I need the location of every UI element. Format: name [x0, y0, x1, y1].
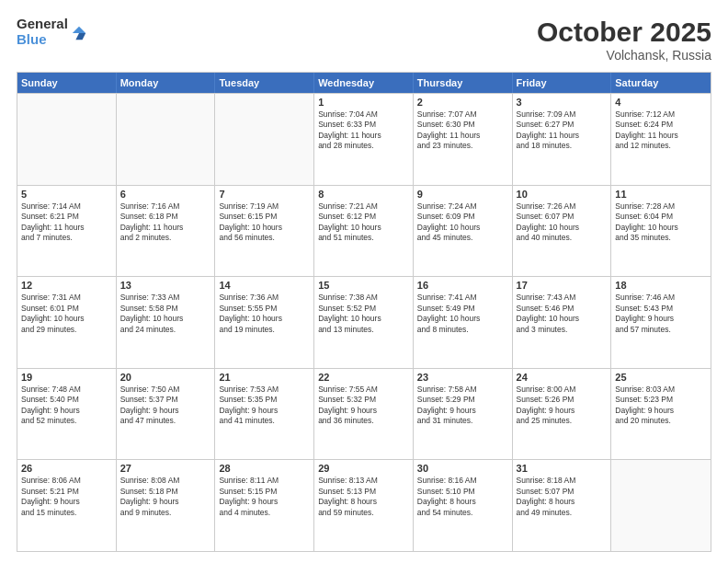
- weekday-header: Friday: [513, 73, 612, 93]
- month-title: October 2025: [537, 17, 711, 48]
- calendar-cell: [611, 460, 711, 551]
- calendar-cell: 13Sunrise: 7:33 AM Sunset: 5:58 PM Dayli…: [117, 277, 216, 368]
- cell-daylight-info: Sunrise: 8:08 AM Sunset: 5:18 PM Dayligh…: [120, 476, 211, 518]
- calendar-body: 1Sunrise: 7:04 AM Sunset: 6:33 PM Daylig…: [17, 93, 711, 551]
- calendar-header: SundayMondayTuesdayWednesdayThursdayFrid…: [17, 73, 711, 93]
- cell-day-number: 12: [21, 280, 112, 291]
- cell-day-number: 9: [417, 189, 508, 200]
- calendar-cell: 31Sunrise: 8:18 AM Sunset: 5:07 PM Dayli…: [513, 460, 612, 551]
- calendar-row: 12Sunrise: 7:31 AM Sunset: 6:01 PM Dayli…: [17, 276, 711, 368]
- calendar-cell: 28Sunrise: 8:11 AM Sunset: 5:15 PM Dayli…: [215, 460, 314, 551]
- calendar-cell: 24Sunrise: 8:00 AM Sunset: 5:26 PM Dayli…: [513, 369, 612, 460]
- calendar-cell: 25Sunrise: 8:03 AM Sunset: 5:23 PM Dayli…: [611, 369, 711, 460]
- cell-daylight-info: Sunrise: 7:28 AM Sunset: 6:04 PM Dayligh…: [615, 201, 707, 244]
- weekday-header: Tuesday: [215, 73, 314, 93]
- cell-day-number: 30: [417, 463, 508, 474]
- calendar-cell: 7Sunrise: 7:19 AM Sunset: 6:15 PM Daylig…: [215, 186, 314, 277]
- calendar-cell: 21Sunrise: 7:53 AM Sunset: 5:35 PM Dayli…: [215, 369, 314, 460]
- calendar-cell: 9Sunrise: 7:24 AM Sunset: 6:09 PM Daylig…: [414, 186, 513, 277]
- cell-daylight-info: Sunrise: 7:24 AM Sunset: 6:09 PM Dayligh…: [417, 201, 508, 244]
- cell-daylight-info: Sunrise: 7:48 AM Sunset: 5:40 PM Dayligh…: [21, 385, 112, 427]
- cell-daylight-info: Sunrise: 7:43 AM Sunset: 5:46 PM Dayligh…: [517, 293, 608, 335]
- logo-blue: Blue: [17, 32, 68, 48]
- cell-day-number: 27: [120, 463, 211, 474]
- cell-daylight-info: Sunrise: 8:06 AM Sunset: 5:21 PM Dayligh…: [21, 476, 112, 518]
- calendar-cell: 10Sunrise: 7:26 AM Sunset: 6:07 PM Dayli…: [513, 186, 612, 277]
- cell-day-number: 3: [517, 97, 608, 108]
- cell-daylight-info: Sunrise: 8:03 AM Sunset: 5:23 PM Dayligh…: [615, 385, 707, 427]
- cell-day-number: 8: [318, 189, 409, 200]
- calendar-cell: 20Sunrise: 7:50 AM Sunset: 5:37 PM Dayli…: [117, 369, 216, 460]
- cell-daylight-info: Sunrise: 8:00 AM Sunset: 5:26 PM Dayligh…: [517, 385, 608, 427]
- cell-daylight-info: Sunrise: 8:18 AM Sunset: 5:07 PM Dayligh…: [517, 476, 608, 518]
- calendar-cell: 26Sunrise: 8:06 AM Sunset: 5:21 PM Dayli…: [17, 460, 117, 551]
- calendar-cell: 17Sunrise: 7:43 AM Sunset: 5:46 PM Dayli…: [513, 277, 612, 368]
- cell-day-number: 17: [517, 280, 608, 291]
- weekday-header: Sunday: [17, 73, 117, 93]
- cell-day-number: 14: [219, 280, 310, 291]
- cell-day-number: 22: [318, 372, 409, 383]
- cell-daylight-info: Sunrise: 7:46 AM Sunset: 5:43 PM Dayligh…: [615, 293, 707, 335]
- cell-day-number: 10: [517, 189, 608, 200]
- logo: General Blue: [17, 17, 87, 47]
- weekday-header: Thursday: [414, 73, 513, 93]
- cell-day-number: 19: [21, 372, 112, 383]
- weekday-header: Saturday: [611, 73, 711, 93]
- cell-daylight-info: Sunrise: 7:31 AM Sunset: 6:01 PM Dayligh…: [21, 293, 112, 335]
- cell-day-number: 13: [120, 280, 211, 291]
- cell-day-number: 26: [21, 463, 112, 474]
- calendar-row: 1Sunrise: 7:04 AM Sunset: 6:33 PM Daylig…: [17, 93, 711, 185]
- cell-daylight-info: Sunrise: 7:07 AM Sunset: 6:30 PM Dayligh…: [417, 109, 508, 152]
- cell-daylight-info: Sunrise: 7:53 AM Sunset: 5:35 PM Dayligh…: [219, 385, 310, 427]
- cell-daylight-info: Sunrise: 7:04 AM Sunset: 6:33 PM Dayligh…: [318, 109, 409, 152]
- calendar-cell: 15Sunrise: 7:38 AM Sunset: 5:52 PM Dayli…: [314, 277, 414, 368]
- calendar-cell: [17, 94, 117, 185]
- cell-daylight-info: Sunrise: 7:36 AM Sunset: 5:55 PM Dayligh…: [219, 293, 310, 335]
- cell-daylight-info: Sunrise: 7:33 AM Sunset: 5:58 PM Dayligh…: [120, 293, 211, 335]
- cell-daylight-info: Sunrise: 7:55 AM Sunset: 5:32 PM Dayligh…: [318, 385, 409, 427]
- cell-daylight-info: Sunrise: 7:41 AM Sunset: 5:49 PM Dayligh…: [417, 293, 508, 335]
- calendar-cell: 3Sunrise: 7:09 AM Sunset: 6:27 PM Daylig…: [513, 94, 612, 185]
- logo-icon: [71, 25, 87, 41]
- calendar-cell: 1Sunrise: 7:04 AM Sunset: 6:33 PM Daylig…: [314, 94, 414, 185]
- cell-daylight-info: Sunrise: 8:16 AM Sunset: 5:10 PM Dayligh…: [417, 476, 508, 518]
- svg-marker-0: [73, 26, 85, 32]
- cell-day-number: 21: [219, 372, 310, 383]
- calendar-cell: 19Sunrise: 7:48 AM Sunset: 5:40 PM Dayli…: [17, 369, 117, 460]
- calendar: SundayMondayTuesdayWednesdayThursdayFrid…: [17, 72, 711, 552]
- calendar-cell: 29Sunrise: 8:13 AM Sunset: 5:13 PM Dayli…: [314, 460, 414, 551]
- cell-day-number: 11: [615, 189, 707, 200]
- calendar-cell: 5Sunrise: 7:14 AM Sunset: 6:21 PM Daylig…: [17, 186, 117, 277]
- title-block: October 2025 Volchansk, Russia: [537, 17, 711, 63]
- cell-day-number: 5: [21, 189, 112, 200]
- cell-daylight-info: Sunrise: 7:38 AM Sunset: 5:52 PM Dayligh…: [318, 293, 409, 335]
- calendar-cell: 2Sunrise: 7:07 AM Sunset: 6:30 PM Daylig…: [414, 94, 513, 185]
- weekday-header: Monday: [117, 73, 216, 93]
- cell-day-number: 18: [615, 280, 707, 291]
- calendar-cell: 16Sunrise: 7:41 AM Sunset: 5:49 PM Dayli…: [414, 277, 513, 368]
- cell-daylight-info: Sunrise: 7:19 AM Sunset: 6:15 PM Dayligh…: [219, 201, 310, 244]
- cell-daylight-info: Sunrise: 7:09 AM Sunset: 6:27 PM Dayligh…: [517, 109, 608, 152]
- cell-day-number: 20: [120, 372, 211, 383]
- cell-daylight-info: Sunrise: 7:26 AM Sunset: 6:07 PM Dayligh…: [517, 201, 608, 244]
- calendar-cell: [117, 94, 216, 185]
- calendar-row: 19Sunrise: 7:48 AM Sunset: 5:40 PM Dayli…: [17, 368, 711, 460]
- calendar-cell: 11Sunrise: 7:28 AM Sunset: 6:04 PM Dayli…: [611, 186, 711, 277]
- logo-general: General: [17, 17, 68, 32]
- location-title: Volchansk, Russia: [537, 48, 711, 63]
- weekday-header: Wednesday: [314, 73, 414, 93]
- cell-day-number: 28: [219, 463, 310, 474]
- cell-day-number: 6: [120, 189, 211, 200]
- cell-day-number: 2: [417, 97, 508, 108]
- cell-day-number: 15: [318, 280, 409, 291]
- cell-daylight-info: Sunrise: 7:14 AM Sunset: 6:21 PM Dayligh…: [21, 201, 112, 244]
- calendar-cell: 27Sunrise: 8:08 AM Sunset: 5:18 PM Dayli…: [117, 460, 216, 551]
- cell-daylight-info: Sunrise: 7:58 AM Sunset: 5:29 PM Dayligh…: [417, 385, 508, 427]
- cell-day-number: 24: [517, 372, 608, 383]
- cell-day-number: 31: [517, 463, 608, 474]
- cell-daylight-info: Sunrise: 7:12 AM Sunset: 6:24 PM Dayligh…: [615, 109, 707, 152]
- cell-day-number: 23: [417, 372, 508, 383]
- cell-daylight-info: Sunrise: 7:16 AM Sunset: 6:18 PM Dayligh…: [120, 201, 211, 244]
- calendar-cell: [215, 94, 314, 185]
- calendar-cell: 14Sunrise: 7:36 AM Sunset: 5:55 PM Dayli…: [215, 277, 314, 368]
